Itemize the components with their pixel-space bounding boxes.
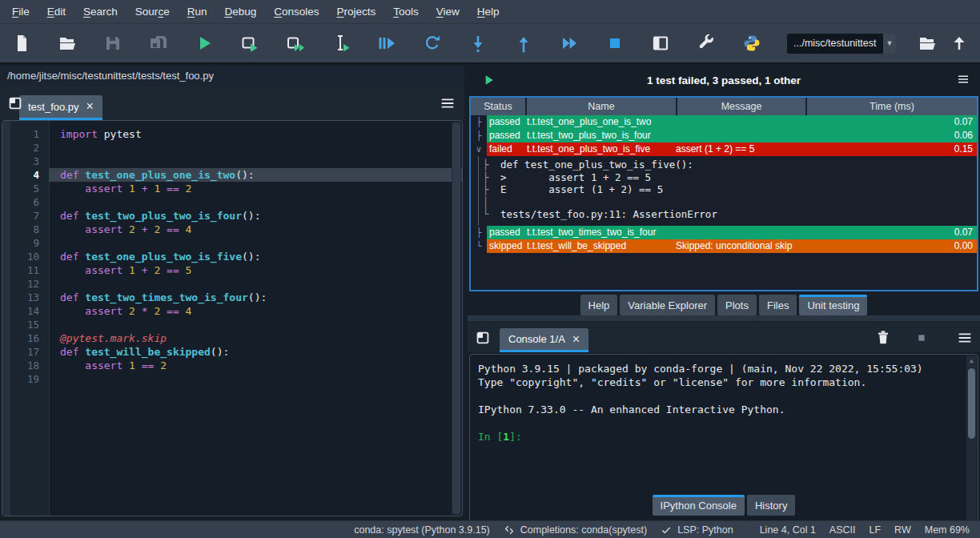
menu-projects[interactable]: Projects bbox=[328, 0, 385, 23]
menu-help[interactable]: Help bbox=[468, 0, 508, 23]
test-time: 0.07 bbox=[805, 226, 977, 239]
new-file-button[interactable] bbox=[11, 33, 32, 54]
tree-branch-icon: ├ bbox=[483, 159, 496, 171]
remove-variables-icon[interactable] bbox=[874, 329, 892, 347]
preferences-button[interactable] bbox=[696, 33, 717, 54]
test-name: t.t.test_one_plus_one_is_two bbox=[527, 115, 676, 129]
test-name: t.t.test_will_be_skipped bbox=[527, 239, 676, 253]
pane-splitter[interactable] bbox=[468, 315, 980, 321]
tree-branch-icon[interactable]: ├ bbox=[471, 115, 487, 129]
test-result-row[interactable]: ∨failedt.t.test_one_plus_two_is_fiveasse… bbox=[471, 143, 977, 156]
column-header-message[interactable]: Message bbox=[677, 98, 807, 115]
code-text: assert 2 * 2 == 4 bbox=[49, 304, 462, 318]
unittest-options-icon[interactable] bbox=[956, 72, 970, 90]
tab-variable-explorer[interactable]: Variable Explorer bbox=[620, 295, 715, 315]
line-number: 11 bbox=[2, 263, 49, 277]
tab-files[interactable]: Files bbox=[759, 295, 797, 315]
line-number: 1 bbox=[2, 127, 49, 141]
menu-tools[interactable]: Tools bbox=[384, 0, 428, 23]
open-file-button[interactable] bbox=[57, 33, 78, 54]
editor-line: 8 assert 2 + 2 == 4 bbox=[2, 223, 462, 236]
status-completions-conda-spytest-: Completions: conda(spytest) bbox=[504, 524, 647, 536]
test-message: Skipped: unconditional skip bbox=[676, 239, 805, 253]
tree-branch-icon[interactable]: ├ bbox=[471, 129, 487, 143]
browse-tabs-icon[interactable] bbox=[474, 329, 492, 347]
save-all-button[interactable] bbox=[148, 33, 169, 54]
editor-scrollbar[interactable] bbox=[452, 122, 461, 515]
tab-unit-testing[interactable]: Unit testing bbox=[799, 295, 867, 315]
menu-edit[interactable]: Edit bbox=[38, 0, 74, 23]
close-icon[interactable]: × bbox=[86, 102, 94, 111]
detail-line: ├> assert 1 + 2 == 5 bbox=[471, 171, 977, 184]
test-result-row[interactable]: ├passedt.t.test_two_times_two_is_four0.0… bbox=[471, 226, 977, 239]
detail-text: def test_one_plus_two_is_five(): bbox=[500, 159, 693, 171]
code-text bbox=[49, 277, 462, 291]
run-selection-button[interactable] bbox=[331, 33, 351, 54]
tab-ipython-console[interactable]: IPython Console bbox=[653, 495, 745, 516]
editor-tabbar: test_foo.py × bbox=[0, 86, 464, 120]
detail-line: ├E assert (1 + 2) == 5 bbox=[471, 183, 977, 196]
detail-text: E assert (1 + 2) == 5 bbox=[500, 183, 663, 196]
debug-continue-button[interactable] bbox=[559, 33, 580, 54]
tab-console-1a[interactable]: Console 1/A × bbox=[500, 328, 588, 352]
run-tests-icon[interactable] bbox=[480, 72, 496, 88]
menu-view[interactable]: View bbox=[428, 0, 468, 23]
menu-run[interactable]: Run bbox=[179, 0, 216, 23]
working-directory-value: .../misc/testunittest bbox=[787, 34, 883, 54]
run-file-button[interactable] bbox=[194, 33, 215, 54]
go-to-parent-directory-button[interactable] bbox=[949, 33, 970, 54]
maximize-pane-button[interactable] bbox=[650, 33, 671, 54]
debug-step-over-button[interactable] bbox=[422, 33, 443, 54]
code-text: @pytest.mark.skip bbox=[49, 331, 462, 345]
tab-plots[interactable]: Plots bbox=[717, 295, 757, 315]
tree-branch-icon[interactable]: ├ bbox=[471, 226, 487, 239]
console-text-line: Python 3.9.15 | packaged by conda-forge … bbox=[478, 362, 978, 375]
console-prompt[interactable]: In [1]: bbox=[478, 430, 978, 444]
tree-branch-icon[interactable]: └ bbox=[471, 239, 487, 253]
tab-history[interactable]: History bbox=[747, 495, 795, 516]
tab-help[interactable]: Help bbox=[580, 295, 618, 315]
code-text bbox=[49, 141, 462, 155]
code-editor[interactable]: 1import pytest234def test_one_plus_one_i… bbox=[2, 120, 463, 516]
run-cell-and-advance-button[interactable] bbox=[285, 33, 306, 54]
test-message bbox=[676, 129, 805, 143]
editor-line: 2 bbox=[2, 141, 462, 155]
test-result-row[interactable]: ├passedt.t.test_two_plus_two_is_four0.06 bbox=[471, 129, 977, 143]
debug-stop-button[interactable] bbox=[604, 33, 625, 54]
column-header-name[interactable]: Name bbox=[527, 98, 677, 115]
right-panel: 1 test failed, 3 passed, 1 other StatusN… bbox=[468, 66, 980, 520]
status-lf: LF bbox=[870, 524, 882, 536]
line-number: 18 bbox=[2, 359, 49, 372]
working-directory-combo[interactable]: .../misc/testunittest▼ bbox=[787, 34, 896, 54]
menu-file[interactable]: File bbox=[3, 0, 38, 23]
debug-file-button[interactable] bbox=[376, 33, 397, 54]
menu-search[interactable]: Search bbox=[74, 0, 127, 23]
close-icon[interactable]: × bbox=[572, 335, 580, 344]
run-cell-button[interactable] bbox=[239, 33, 260, 54]
file-path-breadcrumb: /home/jitse/misc/testunittest/tests/test… bbox=[0, 66, 464, 86]
console-text-line: Type "copyright", "credits" or "license"… bbox=[478, 375, 978, 389]
column-header-time-ms-[interactable]: Time (ms) bbox=[807, 98, 977, 115]
test-status: passed bbox=[487, 115, 527, 129]
menu-source[interactable]: Source bbox=[127, 0, 179, 23]
tab-test-foo-py[interactable]: test_foo.py × bbox=[19, 95, 102, 120]
test-result-row[interactable]: └skippedt.t.test_will_be_skippedSkipped:… bbox=[471, 239, 977, 253]
tree-branch-icon[interactable]: ∨ bbox=[471, 143, 487, 156]
browse-tabs-icon[interactable] bbox=[6, 94, 24, 112]
column-header-status[interactable]: Status bbox=[471, 98, 527, 115]
console-options-icon[interactable] bbox=[956, 329, 974, 347]
browse-working-directory-button[interactable] bbox=[917, 33, 938, 54]
debug-step-out-button[interactable] bbox=[513, 33, 534, 54]
editor-line: 16@pytest.mark.skip bbox=[2, 331, 462, 345]
code-text: assert 1 == 2 bbox=[49, 359, 462, 372]
editor-options-icon[interactable] bbox=[439, 94, 456, 112]
test-results-table[interactable]: StatusNameMessageTime (ms)├passedt.t.tes… bbox=[469, 96, 978, 291]
menu-consoles[interactable]: Consoles bbox=[265, 0, 327, 23]
python-path-manager-button[interactable] bbox=[741, 33, 762, 54]
line-number: 7 bbox=[2, 209, 49, 223]
chevron-down-icon[interactable]: ▼ bbox=[883, 34, 896, 54]
save-file-button[interactable] bbox=[102, 33, 123, 54]
debug-step-into-button[interactable] bbox=[468, 33, 488, 54]
menu-debug[interactable]: Debug bbox=[215, 0, 265, 23]
test-result-row[interactable]: ├passedt.t.test_one_plus_one_is_two0.07 bbox=[471, 115, 977, 129]
